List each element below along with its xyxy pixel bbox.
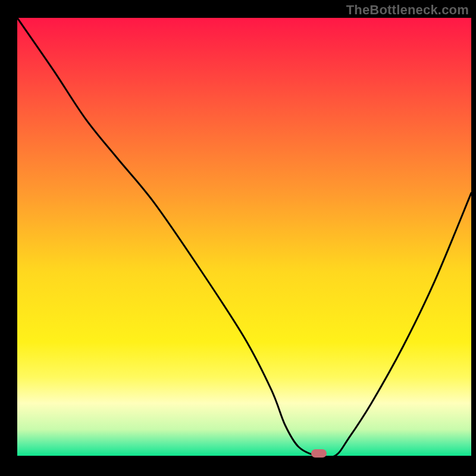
gradient-background: [17, 18, 471, 456]
chart-area: [0, 0, 476, 476]
watermark-text: TheBottleneck.com: [346, 2, 469, 18]
optimal-point-marker: [311, 449, 327, 458]
